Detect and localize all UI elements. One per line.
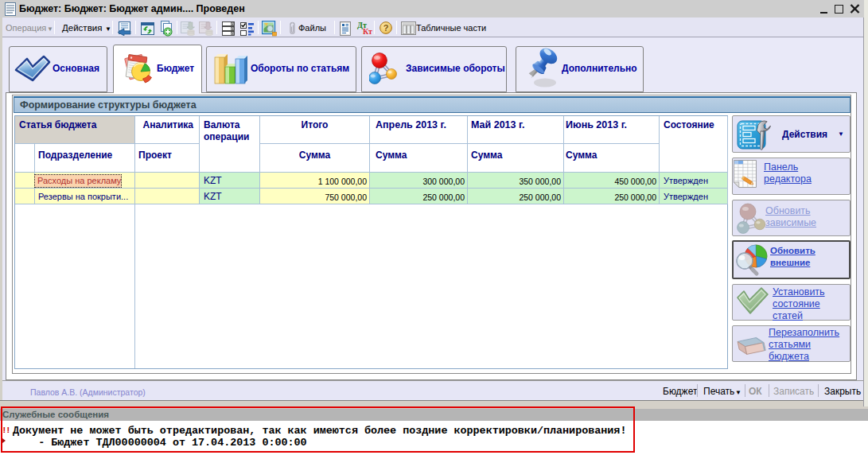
svg-text:?: ? [383, 23, 389, 33]
